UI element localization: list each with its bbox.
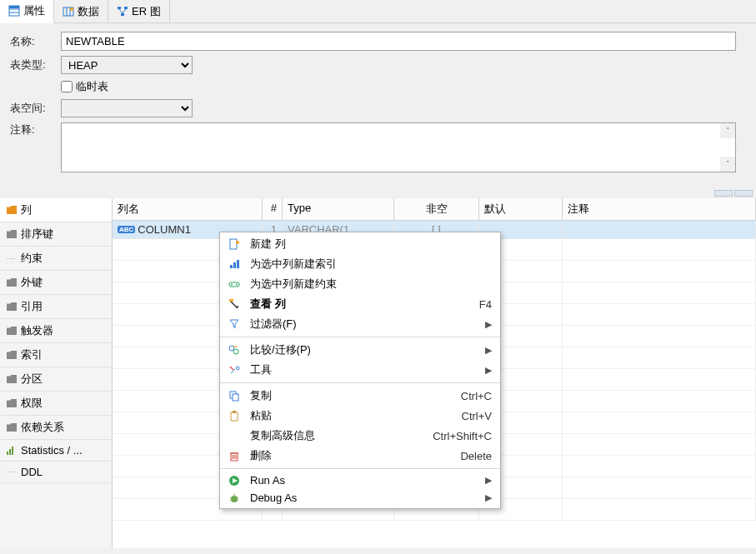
svg-line-28	[230, 367, 233, 370]
sidebar-item-11[interactable]: ⋯DDL	[0, 462, 112, 483]
folder-icon	[7, 327, 17, 335]
menu-label: 工具	[250, 362, 477, 377]
delete-icon	[227, 450, 242, 462]
tab-er[interactable]: ER 图	[108, 0, 170, 22]
sidebar-item-2[interactable]: ⋯约束	[0, 247, 112, 271]
sidebar-item-label: DDL	[21, 466, 43, 478]
menu-item-3[interactable]: 查看 列F4	[220, 294, 500, 314]
menu-shortcut: Delete	[460, 450, 492, 462]
tab-properties[interactable]: 属性	[0, 0, 54, 23]
sidebar-item-label: 权限	[21, 396, 43, 411]
menu-label: 为选中列新建约束	[250, 277, 492, 292]
sidebar-item-7[interactable]: 分区	[0, 367, 112, 392]
cell-comment	[563, 221, 756, 238]
sidebar-item-label: 外键	[21, 275, 43, 290]
sidebar-item-3[interactable]: 外键	[0, 271, 112, 295]
sidebar-item-label: 引用	[21, 299, 43, 314]
menu-shortcut: Ctrl+C	[461, 390, 492, 402]
svg-rect-19	[230, 265, 233, 268]
er-icon	[117, 6, 128, 17]
folder-icon	[7, 375, 17, 383]
folder-icon	[7, 278, 17, 287]
menu-item-9[interactable]: 复制Ctrl+C	[220, 386, 500, 406]
grid-icon	[8, 5, 20, 17]
menu-label: 新建 列	[250, 237, 492, 252]
th-num[interactable]: #	[263, 198, 283, 220]
scroll-up-button[interactable]: ˄	[720, 123, 735, 138]
menu-item-2[interactable]: 为选中列新建约束	[220, 274, 500, 294]
menu-item-12[interactable]: 删除Delete	[220, 446, 500, 466]
sidebar-item-label: Statistics / ...	[21, 444, 83, 457]
folder-icon	[7, 351, 17, 359]
paste-icon	[227, 410, 242, 422]
tab-data[interactable]: 数据	[54, 0, 108, 22]
svg-rect-3	[9, 6, 19, 8]
input-name[interactable]	[61, 32, 736, 51]
mini-toolbar-1[interactable]	[714, 190, 733, 197]
menu-label: 为选中列新建索引	[250, 257, 492, 272]
menu-shortcut: F4	[479, 298, 492, 311]
cell-colname: COLUMN1	[138, 223, 191, 236]
sidebar-item-4[interactable]: 引用	[0, 295, 112, 319]
constraint-icon	[227, 278, 242, 290]
tab-label: 数据	[78, 4, 99, 19]
select-tabletype[interactable]: HEAP	[61, 56, 193, 74]
chevron-right-icon: ▶	[485, 492, 492, 503]
new-icon	[227, 238, 242, 250]
side-icon: ⋯	[7, 467, 17, 477]
svg-point-7	[70, 7, 73, 11]
side-icon: ⋯	[7, 254, 17, 263]
svg-rect-22	[229, 282, 239, 287]
run-icon	[227, 475, 242, 487]
mini-toolbar-2[interactable]	[734, 190, 753, 197]
textarea-comment[interactable]	[61, 122, 736, 172]
folder-icon	[7, 230, 17, 238]
sidebar-item-8[interactable]: 权限	[0, 392, 112, 416]
th-default[interactable]: 默认	[479, 198, 563, 220]
scroll-down-button[interactable]: ˅	[720, 157, 735, 172]
sidebar-item-label: 依赖关系	[21, 420, 64, 435]
menu-item-14[interactable]: Run As▶	[220, 472, 500, 489]
th-type[interactable]: Type	[283, 198, 394, 220]
menu-shortcut: Ctrl+V	[462, 410, 492, 422]
sidebar-item-label: 约束	[21, 251, 43, 266]
checkbox-temporary[interactable]: 临时表	[61, 79, 108, 94]
svg-rect-21	[237, 260, 239, 268]
copy-icon	[227, 390, 242, 402]
svg-rect-15	[12, 447, 13, 455]
label-tabletype: 表类型:	[10, 57, 56, 72]
sidebar-item-5[interactable]: 触发器	[0, 319, 112, 343]
menu-item-0[interactable]: 新建 列	[220, 234, 500, 254]
sidebar-item-0[interactable]: 列	[0, 198, 112, 222]
chevron-right-icon: ▶	[485, 475, 492, 486]
chevron-right-icon: ▶	[485, 319, 492, 330]
checkbox-temporary-input[interactable]	[61, 81, 73, 92]
th-comment[interactable]: 注释	[563, 198, 756, 220]
data-icon	[63, 6, 74, 17]
folder-icon	[7, 302, 17, 311]
menu-label: 过滤器(F)	[250, 317, 477, 332]
menu-item-6[interactable]: 比较/迁移(P)▶	[220, 340, 500, 360]
svg-rect-30	[233, 394, 238, 401]
th-notnull[interactable]: 非空	[394, 198, 479, 220]
select-tablespace[interactable]	[61, 99, 193, 117]
sidebar-item-1[interactable]: 排序键	[0, 222, 112, 247]
folder-icon	[7, 423, 17, 432]
svg-rect-31	[231, 412, 238, 421]
sidebar-item-10[interactable]: Statistics / ...	[0, 440, 112, 462]
menu-item-10[interactable]: 粘贴Ctrl+V	[220, 406, 500, 426]
stats-icon	[7, 447, 17, 455]
sidebar-item-6[interactable]: 索引	[0, 343, 112, 367]
tools-icon	[227, 364, 242, 376]
menu-item-15[interactable]: Debug As▶	[220, 489, 500, 507]
sidebar-item-9[interactable]: 依赖关系	[0, 416, 112, 440]
menu-item-11[interactable]: 复制高级信息Ctrl+Shift+C	[220, 426, 500, 446]
sidebar-item-label: 索引	[21, 347, 43, 362]
menu-item-7[interactable]: 工具▶	[220, 360, 500, 380]
th-colname[interactable]: 列名	[113, 198, 263, 220]
menu-item-1[interactable]: 为选中列新建索引	[220, 254, 500, 274]
menu-label: 复制	[250, 388, 453, 403]
menu-item-4[interactable]: 过滤器(F)▶	[220, 314, 500, 334]
svg-rect-10	[121, 13, 124, 16]
folder-icon	[7, 206, 17, 214]
